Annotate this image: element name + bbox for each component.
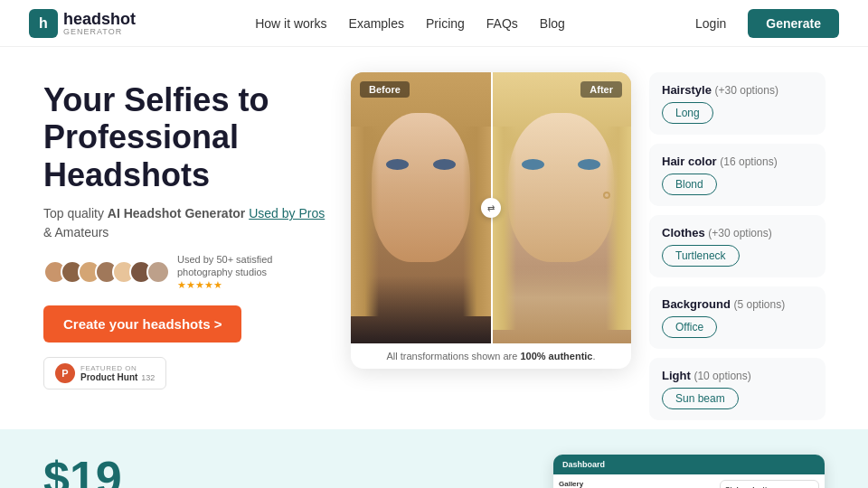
before-half: Before (351, 72, 491, 343)
nav-how-it-works[interactable]: How it works (255, 16, 326, 31)
ph-logo-icon: P (55, 363, 75, 383)
style-card: Style selection × Pro (25) Fun (48) (720, 480, 819, 488)
hero-left: Your Selfies to Professional Headshots T… (43, 72, 333, 389)
price-block: $19 50 photos | Custom Clothes & Hair (43, 455, 224, 488)
generate-button[interactable]: Generate (748, 9, 839, 38)
hero-image-section: Before (351, 72, 631, 369)
social-proof: Used by 50+ satisfiedphotography studios… (43, 253, 333, 291)
nav-pricing[interactable]: Pricing (426, 16, 465, 31)
dashboard-content: Gallery Style selection (553, 474, 825, 488)
before-label: Before (360, 81, 410, 98)
option-clothes: Clothes (+30 options) Turtleneck (649, 215, 826, 277)
brand-sub: GENERATOR (63, 27, 136, 36)
nav-faqs[interactable]: FAQs (486, 16, 518, 31)
nav-examples[interactable]: Examples (349, 16, 404, 31)
option-hairstyle-pill[interactable]: Long (662, 102, 713, 124)
producthunt-badge[interactable]: P FEATURED ON Product Hunt132 (43, 357, 166, 389)
nav-blog[interactable]: Blog (540, 16, 565, 31)
social-text: Used by 50+ satisfiedphotography studios (177, 253, 272, 279)
ph-name: Product Hunt132 (80, 372, 155, 382)
before-after-image: Before (351, 72, 631, 343)
price-amount: $19 (43, 455, 224, 488)
image-note: All transformations shown are 100% authe… (351, 343, 631, 369)
option-background-title: Background (5 options) (662, 297, 813, 311)
option-hairstyle: Hairstyle (+30 options) Long (649, 72, 826, 135)
option-haircolor: Hair color (16 options) Blond (649, 144, 826, 206)
nav-links: How it works Examples Pricing FAQs Blog (255, 16, 565, 31)
hero-section: Your Selfies to Professional Headshots T… (0, 47, 868, 429)
logo-icon: h (29, 9, 58, 38)
desc-bold: AI Headshot Generator (108, 206, 249, 221)
hero-description: Top quality AI Headshot Generator Used b… (43, 204, 333, 242)
option-light-pill[interactable]: Sun beam (662, 388, 739, 409)
brand-name: headshot (63, 11, 136, 27)
option-background-pill[interactable]: Office (662, 316, 717, 338)
gallery-label: Gallery (559, 480, 714, 488)
avatar-group (43, 260, 170, 284)
after-label: After (580, 81, 622, 98)
social-text-block: Used by 50+ satisfiedphotography studios… (177, 253, 272, 291)
dashboard-preview-area: Dashboard Gallery (260, 455, 825, 488)
nav-actions: Login Generate (684, 9, 839, 38)
before-after-card: Before (351, 72, 631, 369)
divider-handle[interactable]: ⇄ (481, 198, 501, 218)
ph-featured-text: FEATURED ON (80, 364, 155, 372)
desc-end: & Amateurs (43, 225, 108, 239)
hero-title: Your Selfies to Professional Headshots (43, 81, 333, 193)
avatar-7 (146, 260, 170, 284)
after-half: After (491, 72, 631, 343)
option-haircolor-pill[interactable]: Blond (662, 174, 717, 195)
star-rating: ★★★★★ (177, 279, 272, 291)
dashboard-preview: Dashboard Gallery (553, 455, 825, 488)
dashboard-title: Dashboard (562, 460, 605, 469)
gallery-section: Gallery (559, 480, 714, 488)
option-clothes-pill[interactable]: Turtleneck (662, 245, 740, 267)
logo[interactable]: h headshot GENERATOR (29, 9, 136, 38)
desc-plain: Top quality (43, 206, 108, 221)
option-background: Background (5 options) Office (649, 286, 826, 349)
navbar: h headshot GENERATOR How it works Exampl… (0, 0, 868, 47)
option-light-title: Light (10 options) (662, 369, 813, 382)
login-button[interactable]: Login (684, 11, 737, 36)
hero-options: Hairstyle (+30 options) Long Hair color … (649, 72, 826, 429)
option-clothes-title: Clothes (+30 options) (662, 226, 813, 239)
bottom-section: $19 50 photos | Custom Clothes & Hair Da… (0, 429, 868, 488)
style-selection: Style selection × Pro (25) Fun (48) (720, 480, 819, 488)
option-haircolor-title: Hair color (16 options) (662, 155, 813, 168)
option-light: Light (10 options) Sun beam (649, 358, 826, 420)
option-hairstyle-title: Hairstyle (+30 options) (662, 83, 813, 97)
desc-link[interactable]: Used by Pros (249, 206, 325, 221)
cta-button[interactable]: Create your headshots > (43, 305, 241, 343)
dashboard-header: Dashboard (553, 455, 825, 474)
ph-text-block: FEATURED ON Product Hunt132 (80, 364, 155, 382)
cta-label: Create your headshots > (63, 316, 222, 332)
